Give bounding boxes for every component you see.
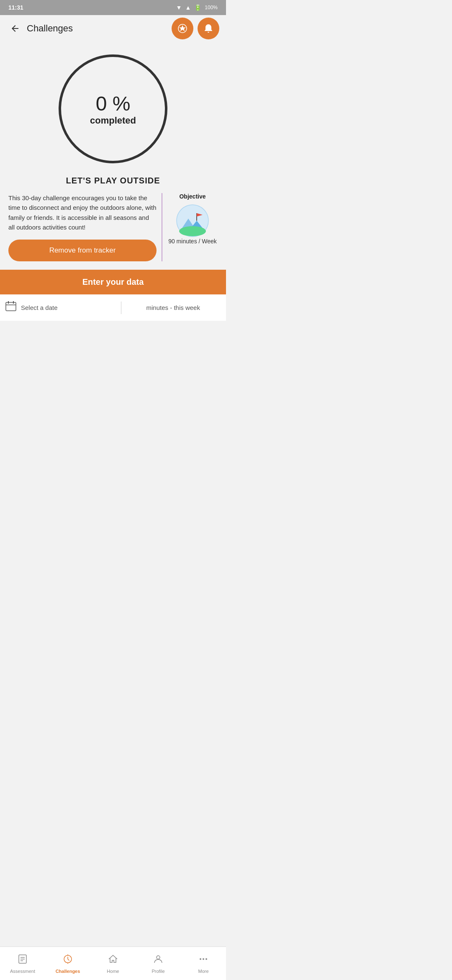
description-text: This 30-day challenge encourages you to … [8,193,157,232]
progress-label: completed [90,115,136,126]
status-bar: 11:31 ▼ ▲ 🔋 100% [0,0,226,15]
badge-button[interactable] [172,18,193,39]
notification-button[interactable] [198,18,219,39]
challenge-title: LET'S PLAY OUTSIDE [8,176,218,186]
objective-icon [176,204,209,237]
svg-marker-1 [179,25,186,31]
battery-icon: 🔋 [194,4,201,11]
svg-rect-8 [6,302,16,311]
back-button[interactable] [7,20,23,37]
enter-data-banner[interactable]: Enter your data [0,270,226,294]
main-content: 0 % completed LET'S PLAY OUTSIDE This 30… [0,42,226,321]
data-entry-row: Select a date minutes - this week [0,294,226,321]
progress-circle: 0 % completed [59,54,167,163]
progress-percent: 0 % [96,92,131,115]
progress-circle-container: 0 % completed [8,42,218,172]
enter-data-label: Enter your data [82,277,144,286]
remove-from-tracker-button[interactable]: Remove from tracker [8,240,157,261]
status-indicators: ▼ ▲ 🔋 100% [176,4,218,11]
objective-value: 90 minutes / Week [168,237,217,246]
status-time: 11:31 [8,4,23,11]
calendar-icon[interactable] [5,300,17,315]
minutes-text: minutes - this week [126,304,221,311]
wifi-icon: ▼ [176,4,182,11]
svg-point-5 [179,226,206,236]
objective-column: Objective 90 minutes / Week [167,193,218,261]
divider [121,302,121,314]
description-section: This 30-day challenge encourages you to … [8,193,218,261]
app-bar-actions [172,18,219,39]
objective-title: Objective [179,193,205,200]
date-select-text[interactable]: Select a date [21,304,117,311]
signal-icon: ▲ [185,4,191,11]
app-bar: Challenges [0,15,226,42]
description-column: This 30-day challenge encourages you to … [8,193,162,261]
battery-percent: 100% [205,5,218,10]
page-title: Challenges [27,23,73,34]
